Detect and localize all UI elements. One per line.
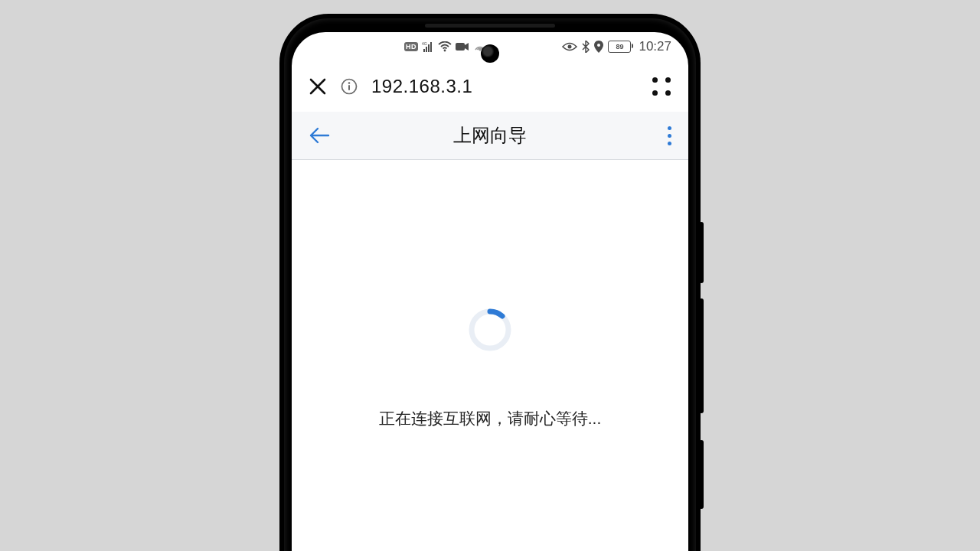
bluetooth-icon — [582, 41, 590, 53]
svg-rect-1 — [423, 49, 425, 52]
video-icon — [456, 42, 469, 51]
wifi-icon — [438, 41, 452, 52]
svg-rect-12 — [348, 85, 350, 90]
svg-rect-2 — [426, 47, 427, 52]
screen: HD 4G — [292, 32, 688, 551]
loading-text: 正在连接互联网，请耐心等待... — [379, 408, 602, 429]
signal-icon: 4G — [422, 41, 434, 52]
svg-text:4G: 4G — [422, 41, 427, 46]
clock: 10:27 — [639, 39, 671, 54]
side-button — [699, 222, 704, 283]
eye-icon — [562, 41, 577, 52]
svg-point-9 — [597, 44, 600, 47]
close-icon[interactable] — [309, 77, 327, 96]
svg-point-11 — [348, 82, 351, 84]
front-camera — [481, 44, 499, 63]
info-icon[interactable] — [341, 78, 358, 95]
page-title: 上网向导 — [292, 123, 688, 148]
side-button — [699, 298, 704, 413]
hd-icon: HD — [404, 42, 418, 51]
phone-frame: HD 4G — [281, 15, 699, 551]
svg-rect-3 — [428, 44, 430, 52]
side-button — [699, 440, 704, 509]
back-arrow-icon[interactable] — [309, 126, 330, 145]
page-menu-icon[interactable] — [668, 126, 671, 145]
svg-rect-6 — [456, 43, 465, 51]
content-area: 正在连接互联网，请耐心等待... — [292, 160, 688, 429]
battery-icon: 89 — [608, 41, 631, 53]
loading-spinner-icon — [466, 305, 514, 354]
location-icon — [594, 41, 603, 53]
page-header: 上网向导 — [292, 112, 688, 160]
browser-menu-icon[interactable] — [652, 77, 671, 96]
svg-rect-4 — [430, 42, 432, 52]
svg-point-8 — [568, 45, 572, 49]
address-bar[interactable]: 192.168.3.1 — [371, 76, 472, 97]
browser-bar: 192.168.3.1 — [292, 61, 688, 112]
svg-point-5 — [444, 50, 446, 52]
speaker-slit — [425, 24, 555, 28]
